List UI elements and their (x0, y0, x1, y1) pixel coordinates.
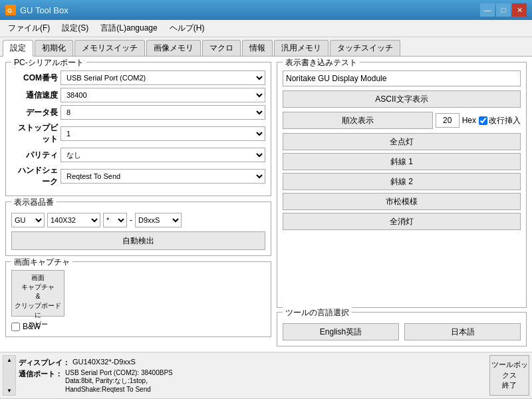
checkerboard-button[interactable]: 市松模様 (283, 193, 521, 210)
capture-box: 画面キャプチャ&クリップボードにコピー B&W (11, 270, 265, 331)
left-panel: PC-シリアルポート COM番号 USB Serial Port (COM2) … (5, 62, 271, 346)
newline-label: 改行挿入 (489, 115, 521, 126)
window-title: GU Tool Box (20, 5, 68, 15)
device-select-model[interactable]: D9xxS (135, 213, 182, 227)
tab-info[interactable]: 情報 (242, 40, 273, 56)
stopbit-row: ストップビット 1 (11, 122, 265, 145)
device-select-size[interactable]: 140X32 (47, 213, 100, 227)
com-select[interactable]: USB Serial Port (COM2) (61, 70, 265, 85)
device-select-row: GU 140X32 * - D9xxS (11, 213, 265, 227)
tab-memory-switch[interactable]: メモリスイッチ (74, 40, 145, 56)
title-buttons: — □ ✕ (480, 3, 527, 17)
port-status-row: 通信ポート： USB Serial Port (COM2): 38400BPS … (19, 369, 487, 393)
serial-port-label: PC-シリアルポート (11, 57, 86, 68)
newline-checkbox[interactable] (479, 116, 487, 125)
menu-bar: ファイル(F) 設定(S) 言語(L)anguage ヘルプ(H) (0, 20, 532, 37)
status-info: ディスプレイ： GU140X32*-D9xxS 通信ポート： USB Seria… (19, 355, 487, 396)
serial-port-group: PC-シリアルポート COM番号 USB Serial Port (COM2) … (5, 62, 271, 196)
parity-select[interactable]: なし (61, 148, 265, 162)
language-group: ツールの言語選択 English英語 日本語 (277, 312, 527, 346)
app-icon: G (5, 5, 16, 15)
handshake-label: ハンドシェーク (11, 165, 58, 188)
tab-settings[interactable]: 設定 (3, 40, 33, 57)
write-test-group: 表示書き込みテスト Noritake GU Display Module ASC… (277, 62, 527, 308)
port-status-label: 通信ポート： (19, 369, 63, 393)
bw-row: B&W (11, 322, 265, 331)
menu-help[interactable]: ヘルプ(H) (164, 21, 210, 35)
tab-touch-switch[interactable]: タッチスイッチ (330, 40, 400, 56)
toolbox-end-button[interactable]: ツールボックス 終了 (489, 355, 529, 396)
device-select-star[interactable]: * (103, 213, 127, 227)
device-dash: - (130, 215, 132, 225)
all-on-button[interactable]: 全点灯 (283, 133, 521, 150)
com-row: COM番号 USB Serial Port (COM2) (11, 70, 265, 85)
device-number-label: 表示器品番 (11, 197, 57, 208)
display-status-value: GU140X32*-D9xxS (72, 358, 136, 368)
datalen-row: データ長 8 (11, 105, 265, 120)
capture-group: 画面キャプチャ 画面キャプチャ&クリップボードにコピー B&W (5, 261, 271, 337)
menu-language[interactable]: 言語(L)anguage (95, 21, 162, 35)
stopbit-label: ストップビット (11, 122, 58, 145)
scroll-up-icon[interactable]: ▲ (7, 357, 12, 363)
port-status-value: USB Serial Port (COM2): 38400BPS Data:8b… (65, 369, 173, 393)
write-test-label: 表示書き込みテスト (283, 57, 360, 68)
stopbit-select[interactable]: 1 (61, 126, 265, 141)
bw-checkbox[interactable] (11, 323, 20, 331)
tab-bar: 設定 初期化 メモリスイッチ 画像メモリ マクロ 情報 汎用メモリ タッチスイッ… (0, 37, 532, 57)
handshake-row: ハンドシェーク Reqtest To Send (11, 165, 265, 188)
menu-settings[interactable]: 設定(S) (57, 21, 94, 35)
lang-row: English英語 日本語 (283, 323, 521, 340)
close-button[interactable]: ✕ (512, 3, 527, 17)
status-bar: ▲ ▼ ディスプレイ： GU140X32*-D9xxS 通信ポート： USB S… (0, 352, 532, 398)
parity-label: パリティ (11, 150, 58, 161)
capture-label: 画面キャプチャ (11, 257, 72, 268)
english-button[interactable]: English英語 (283, 323, 399, 340)
capture-button[interactable]: 画面キャプチャ&クリップボードにコピー (11, 270, 65, 317)
japanese-button[interactable]: 日本語 (404, 323, 521, 340)
datalen-select[interactable]: 8 (61, 105, 265, 120)
diagonal1-button[interactable]: 斜線 1 (283, 153, 521, 170)
menu-file[interactable]: ファイル(F) (3, 21, 55, 35)
device-number-group: 表示器品番 GU 140X32 * - D9xxS 自動検出 (5, 201, 271, 256)
seq-display-button[interactable]: 順次表示 (283, 112, 433, 129)
main-content: PC-シリアルポート COM番号 USB Serial Port (COM2) … (0, 57, 532, 352)
parity-row: パリティ なし (11, 148, 265, 162)
title-bar: G GU Tool Box — □ ✕ (0, 0, 532, 20)
tab-macro[interactable]: マクロ (202, 40, 241, 56)
language-label: ツールの言語選択 (283, 307, 352, 319)
handshake-select[interactable]: Reqtest To Send (61, 169, 265, 184)
ascii-display-button[interactable]: ASCII文字表示 (283, 90, 521, 108)
hex-input[interactable]: 20 (436, 113, 460, 128)
tab-general-memory[interactable]: 汎用メモリ (274, 40, 329, 56)
baud-label: 通信速度 (11, 90, 58, 101)
tab-init[interactable]: 初期化 (35, 40, 73, 56)
write-test-input[interactable]: Noritake GU Display Module (283, 70, 521, 86)
display-status-row: ディスプレイ： GU140X32*-D9xxS (19, 358, 487, 368)
baud-row: 通信速度 38400 (11, 88, 265, 102)
datalen-label: データ長 (11, 107, 58, 118)
newline-checkbox-row: 改行挿入 (479, 115, 521, 126)
com-label: COM番号 (11, 72, 58, 84)
right-panel: 表示書き込みテスト Noritake GU Display Module ASC… (277, 62, 527, 346)
svg-text:G: G (7, 7, 12, 14)
baud-select[interactable]: 38400 (61, 88, 265, 102)
display-status-label: ディスプレイ： (19, 358, 70, 368)
minimize-button[interactable]: — (480, 3, 495, 17)
status-scroll[interactable]: ▲ ▼ (3, 355, 16, 396)
hex-label: Hex (462, 116, 476, 125)
tab-image-memory[interactable]: 画像メモリ (146, 40, 201, 56)
all-off-button[interactable]: 全消灯 (283, 213, 521, 230)
bw-label: B&W (23, 322, 41, 331)
auto-detect-button[interactable]: 自動検出 (11, 231, 265, 250)
maximize-button[interactable]: □ (496, 3, 511, 17)
seq-row: 順次表示 20 Hex 改行挿入 (283, 112, 521, 129)
device-select-gu[interactable]: GU (11, 213, 45, 227)
diagonal2-button[interactable]: 斜線 2 (283, 173, 521, 190)
scroll-down-icon[interactable]: ▼ (7, 388, 12, 394)
